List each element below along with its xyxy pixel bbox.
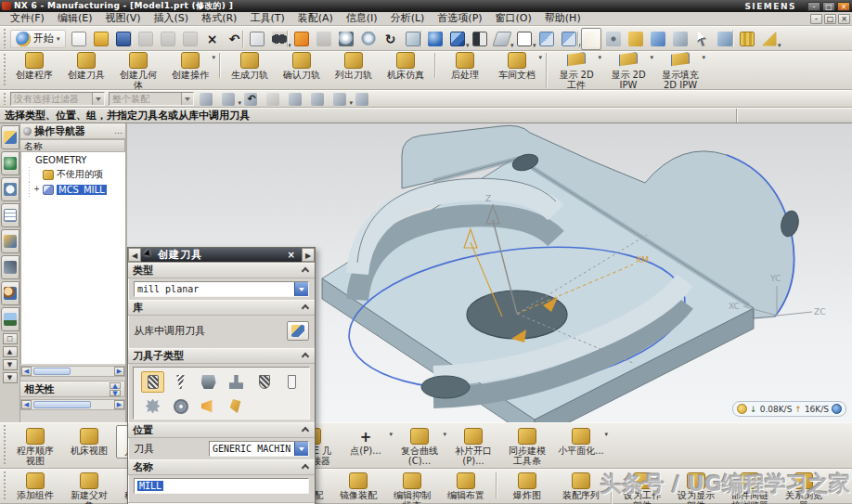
navigator-more-icon[interactable]: …: [114, 126, 123, 136]
tool-subtype-button[interactable]: [141, 371, 164, 393]
toolbar-button[interactable]: ▾: [447, 28, 468, 50]
dialog-back-icon[interactable]: ◀: [128, 248, 141, 262]
selection-bar-button[interactable]: ↶ ▾: [241, 91, 262, 108]
menu-item[interactable]: 窗口(O): [489, 12, 538, 25]
menu-item[interactable]: 信息(I): [340, 12, 384, 25]
toolbar-button[interactable]: ▾: [69, 28, 89, 50]
dependencies-expand-icon[interactable]: ▲: [110, 382, 121, 389]
toolbar-button[interactable]: ▾: [291, 28, 312, 50]
cam-toolbar-button[interactable]: 显示填充 2D IPW ▾: [654, 50, 706, 91]
bottom-toolbar-button[interactable]: 补片开口 (P)... ▾: [446, 425, 500, 467]
selection-bar-button[interactable]: ▾: [197, 91, 217, 108]
selection-scope-combo[interactable]: 整个装配: [109, 92, 194, 106]
corner-hole[interactable]: [421, 376, 470, 398]
bottom-toolbar-button[interactable]: 小平面化... ▾: [554, 425, 608, 457]
tool-subtype-button[interactable]: [169, 371, 192, 393]
menu-item[interactable]: 文件(F): [4, 12, 51, 25]
tool-subtype-button[interactable]: [197, 395, 220, 417]
cam-toolbar-button[interactable]: 创建刀具 ▾: [60, 50, 112, 81]
resource-scroll-down-button[interactable]: ▼: [3, 359, 18, 370]
dialog-close-icon[interactable]: ×: [285, 250, 298, 260]
bottom-toolbar-button[interactable]: + 点(P)... ▾: [339, 425, 393, 457]
toolbar-button[interactable]: ▾: [358, 28, 379, 50]
bottom-toolbar-button[interactable]: 同步建模 工具条 ▾: [500, 425, 554, 467]
toolbar-button[interactable]: ▾: [648, 28, 668, 50]
cam-toolbar-button[interactable]: 创建程序 ▾: [8, 50, 60, 81]
resource-bar-tab[interactable]: [1, 307, 19, 331]
cam-toolbar-button[interactable]: 机床仿真 ▾: [380, 50, 432, 81]
toolbar-button[interactable]: ▾: [559, 28, 579, 50]
menu-item[interactable]: 帮助(H): [538, 12, 587, 25]
toolbar-grip[interactable]: [2, 29, 6, 48]
selection-bar-button[interactable]: ▾: [308, 91, 329, 108]
resource-scroll-end-button[interactable]: ▼: [3, 372, 18, 383]
combo-arrow-icon[interactable]: [294, 442, 308, 456]
dialog-forward-icon[interactable]: ▶: [302, 248, 315, 262]
selection-bar-button[interactable]: ▾: [330, 91, 351, 108]
expander-icon[interactable]: +: [32, 186, 41, 194]
bottom-toolbar-button[interactable]: 编辑抑制 状态 ▾: [385, 470, 439, 504]
selection-filter-combo[interactable]: 没有选择过滤器: [10, 92, 105, 106]
bottom-toolbar-button[interactable]: 镜像装配 ▾: [331, 470, 385, 501]
tool-subtype-button[interactable]: [197, 371, 220, 393]
resource-bar-tab[interactable]: [1, 177, 19, 201]
selection-bar-button[interactable]: ▾: [286, 91, 306, 108]
bottom-toolbar-button[interactable]: 机床视图 ▾: [62, 425, 116, 457]
toolbar-button[interactable]: ▾: [759, 28, 780, 50]
toolbar-button[interactable]: ▾: [470, 28, 490, 50]
bottom-toolbar-button[interactable]: 程序顺序 视图 ▾: [8, 425, 62, 467]
toolbar-button[interactable]: ▾: [581, 28, 601, 50]
minimize-button[interactable]: -: [807, 2, 820, 11]
combo-arrow-icon[interactable]: [92, 93, 104, 105]
menu-item[interactable]: 编辑(E): [51, 12, 99, 25]
cam-toolbar-button[interactable]: 车间文档 ▾: [491, 50, 543, 81]
subtype-section-header[interactable]: 刀具子类型: [128, 348, 315, 364]
doc-restore-button[interactable]: □: [824, 14, 836, 24]
cam-toolbar-button[interactable]: 显示 2D 工件 ▾: [550, 50, 602, 91]
collapse-chevron-icon[interactable]: [302, 463, 309, 471]
cam-toolbar-button[interactable]: 创建操作 ▾: [164, 50, 216, 81]
tree-row[interactable]: + MCS_MILL: [21, 182, 125, 197]
scroll-thumb[interactable]: [33, 368, 71, 375]
toolbar-button[interactable]: ▾: [247, 28, 267, 50]
start-button[interactable]: 开始 ▾: [10, 30, 66, 48]
toolbar-button[interactable]: ▾: [314, 28, 334, 50]
resource-scroll-up-button[interactable]: ▲: [3, 346, 18, 357]
retrieve-tool-from-library-button[interactable]: [287, 321, 309, 341]
scroll-left-button[interactable]: ◀: [21, 400, 32, 409]
resource-dock-button[interactable]: □: [3, 333, 18, 344]
toolbar-button[interactable]: ▾: [514, 28, 535, 50]
toolbar-button[interactable]: ▾: [737, 28, 757, 50]
menu-item[interactable]: 格式(R): [195, 12, 243, 25]
bottom-toolbar-button[interactable]: 设为显示 部件 ▾: [669, 470, 723, 504]
selection-bar-button[interactable]: ▾: [219, 91, 239, 108]
collapse-chevron-icon[interactable]: [302, 266, 309, 274]
type-combo[interactable]: mill_planar: [134, 281, 309, 297]
navigator-column-header[interactable]: 名称: [20, 139, 125, 152]
tool-group-combo[interactable]: GENERIC_MACHIN: [209, 441, 309, 457]
maximize-button[interactable]: □: [822, 2, 835, 11]
menu-item[interactable]: 分析(L): [384, 12, 432, 25]
tool-name-input[interactable]: MILL: [134, 478, 309, 494]
toolbar-grip[interactable]: [2, 472, 6, 501]
toolbar-button[interactable]: ▾: [626, 28, 646, 50]
toolbar-button[interactable]: ▾: [158, 28, 178, 50]
tool-subtype-button[interactable]: [225, 395, 248, 417]
scroll-right-button[interactable]: ▶: [114, 400, 124, 409]
toolbar-button[interactable]: ▾: [692, 28, 713, 50]
tool-subtype-button[interactable]: [141, 395, 164, 417]
bottom-toolbar-button[interactable]: 部件间链 接浏览器 ▾: [723, 470, 777, 504]
collapse-chevron-icon[interactable]: [302, 304, 309, 311]
cam-toolbar-button[interactable]: 后处理 ▾: [439, 50, 491, 81]
location-section-header[interactable]: 位置: [128, 422, 315, 438]
doc-minimize-button[interactable]: -: [810, 14, 822, 24]
cam-toolbar-button[interactable]: 列出刀轨 ▾: [328, 50, 380, 81]
cam-toolbar-button[interactable]: 创建几何 体 ▾: [112, 50, 164, 91]
expander-icon[interactable]: [25, 156, 33, 164]
toolbar-button[interactable]: ▾: [492, 28, 512, 50]
bottom-toolbar-button[interactable]: 添加组件 ▾: [8, 470, 62, 501]
resource-bar-tab[interactable]: [1, 125, 19, 149]
tree-row[interactable]: GEOMETRY: [21, 152, 125, 167]
cam-toolbar-button[interactable]: 生成刀轨 ▾: [224, 50, 276, 81]
bottom-toolbar-button[interactable]: 装配序列 ▾: [554, 470, 608, 501]
